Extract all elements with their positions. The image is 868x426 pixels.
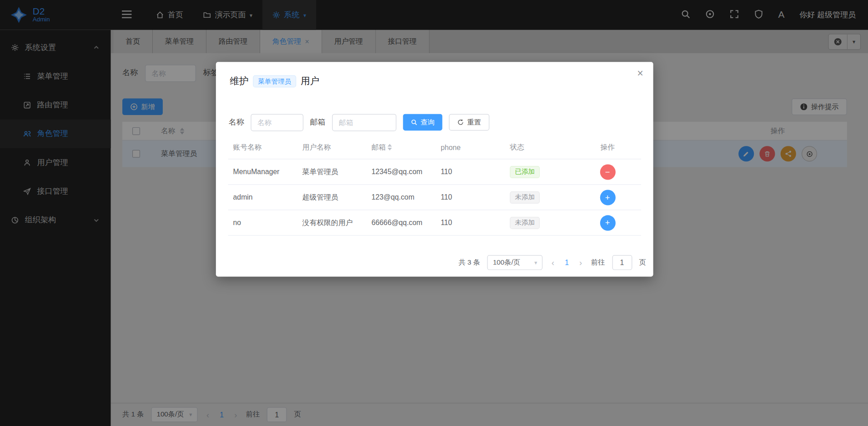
dialog-name-input[interactable] <box>251 114 304 131</box>
account-name: no <box>233 219 241 227</box>
add-user-button[interactable]: + <box>600 215 615 231</box>
status-badge: 未添加 <box>510 216 540 229</box>
dialog-close-button[interactable]: × <box>637 67 643 80</box>
table-row: no 没有权限的用户 66666@qq.com 110 未添加 + <box>228 210 641 236</box>
column-header-account: 账号名称 <box>233 142 262 152</box>
role-tag: 菜单管理员 <box>253 75 296 87</box>
column-header-actions: 操作 <box>600 142 615 152</box>
user-name: 超级管理员 <box>302 192 338 202</box>
refresh-icon <box>457 119 464 126</box>
email: 12345@qq.com <box>371 168 422 176</box>
column-header-email[interactable]: 邮箱 <box>371 142 386 152</box>
column-header-username: 用户名称 <box>302 142 331 152</box>
email-filter-label: 邮箱 <box>310 117 326 127</box>
close-icon: × <box>637 67 643 79</box>
column-header-status: 状态 <box>510 142 524 152</box>
dialog-title-suffix: 用户 <box>301 74 319 89</box>
plus-icon: + <box>605 193 610 201</box>
phone: 110 <box>441 219 452 227</box>
status-badge: 未添加 <box>510 191 540 203</box>
user-name: 没有权限的用户 <box>302 218 353 228</box>
user-name: 菜单管理员 <box>302 167 338 177</box>
add-user-button[interactable]: + <box>600 190 615 205</box>
prev-page-button[interactable]: ‹ <box>550 258 556 267</box>
total-count: 共 3 条 <box>459 258 480 267</box>
email: 66666@qq.com <box>371 219 422 227</box>
page-number[interactable]: 1 <box>563 258 571 266</box>
status-badge: 已添加 <box>510 165 540 178</box>
table-row: admin 超级管理员 123@qq.com 110 未添加 + <box>228 185 641 210</box>
reset-button[interactable]: 重置 <box>449 114 489 131</box>
page-unit-label: 页 <box>639 258 646 267</box>
dialog-pagination: 共 3 条 100条/页 ▾ ‹ 1 › 前往 页 <box>216 255 653 270</box>
dialog-title-prefix: 维护 <box>230 74 248 89</box>
goto-label: 前往 <box>591 258 605 267</box>
minus-icon: − <box>605 168 610 176</box>
page-size-select[interactable]: 100条/页 ▾ <box>487 255 543 270</box>
remove-user-button[interactable]: − <box>600 164 615 180</box>
maintain-users-dialog: × 维护 菜单管理员 用户 名称 邮箱 查询 重置 <box>216 62 653 276</box>
plus-icon: + <box>605 219 610 227</box>
column-header-phone: phone <box>441 143 461 151</box>
dialog-email-input[interactable] <box>332 114 396 131</box>
chevron-down-icon: ▾ <box>534 260 537 266</box>
search-button[interactable]: 查询 <box>403 114 442 131</box>
next-page-button[interactable]: › <box>577 258 583 267</box>
phone: 110 <box>441 168 452 176</box>
sort-icon[interactable] <box>387 144 392 150</box>
goto-page-input[interactable] <box>612 255 632 270</box>
account-name: MenuManager <box>233 168 280 176</box>
dialog-users-table: 账号名称 用户名称 邮箱 phone 状态 操作 MenuManager 菜单管… <box>228 135 641 236</box>
dialog-filter-row: 名称 邮箱 查询 重置 <box>216 113 653 131</box>
email: 123@qq.com <box>371 193 414 201</box>
account-name: admin <box>233 193 253 201</box>
table-header-row: 账号名称 用户名称 邮箱 phone 状态 操作 <box>228 135 641 159</box>
phone: 110 <box>441 193 452 201</box>
search-icon <box>411 119 417 126</box>
name-filter-label: 名称 <box>229 117 244 127</box>
dialog-title: 维护 菜单管理员 用户 <box>216 62 653 88</box>
table-row: MenuManager 菜单管理员 12345@qq.com 110 已添加 − <box>228 159 641 185</box>
app-root: D2 Admin 首页 演示页面 ▾ <box>0 0 868 426</box>
